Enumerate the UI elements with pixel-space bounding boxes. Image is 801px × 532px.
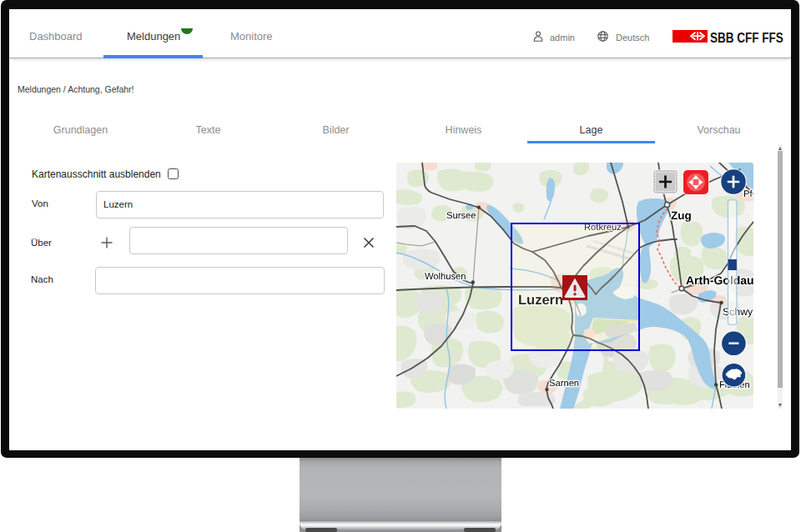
svg-text:Arth-Goldau: Arth-Goldau: [686, 274, 753, 287]
svg-text:Pf: Pf: [743, 189, 753, 199]
svg-text:Sursee: Sursee: [446, 211, 476, 221]
svg-text:Sarnen: Sarnen: [549, 379, 579, 389]
svg-text:Wolhusen: Wolhusen: [425, 272, 466, 282]
svg-text:Zug: Zug: [671, 209, 692, 222]
svg-text:Schwyz: Schwyz: [723, 306, 753, 318]
